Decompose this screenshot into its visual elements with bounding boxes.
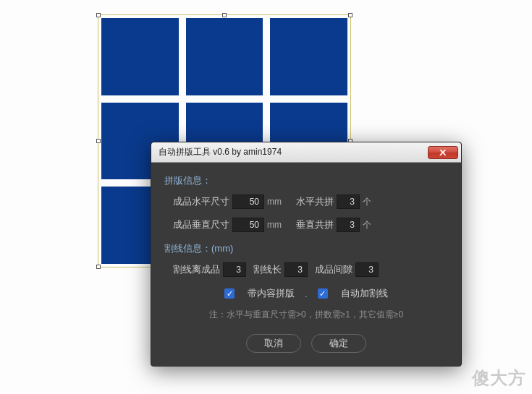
cb1-label: 带内容拼版 bbox=[248, 287, 295, 300]
titlebar[interactable]: 自动拼版工具 v0.6 by amin1974 X bbox=[151, 142, 461, 163]
impose-dialog: 自动拼版工具 v0.6 by amin1974 X 拼版信息： 成品水平尺寸 m… bbox=[151, 142, 462, 367]
watermark: 傻大方 bbox=[472, 367, 526, 390]
cut-len-label: 割线长 bbox=[253, 263, 282, 276]
gap-input[interactable] bbox=[355, 262, 379, 277]
checkbox-with-content[interactable]: ✓ bbox=[224, 288, 235, 299]
separator-dot: . bbox=[305, 288, 308, 299]
unit-mm: mm bbox=[267, 197, 282, 207]
section-cut-title: 割线信息：(mm) bbox=[164, 242, 448, 255]
resize-handle[interactable] bbox=[96, 265, 101, 269]
resize-handle[interactable] bbox=[222, 13, 227, 17]
section-layout-title: 拼版信息： bbox=[164, 174, 448, 187]
dialog-title: 自动拼版工具 v0.6 by amin1974 bbox=[159, 146, 428, 158]
width-input[interactable] bbox=[232, 194, 264, 209]
ok-button[interactable]: 确定 bbox=[311, 334, 366, 353]
gap-label: 成品间隙 bbox=[315, 263, 352, 276]
cut-dist-label: 割线离成品 bbox=[173, 263, 220, 276]
height-input[interactable] bbox=[232, 218, 264, 232]
cb2-label: 自动加割线 bbox=[341, 287, 388, 300]
resize-handle[interactable] bbox=[348, 13, 352, 17]
tile bbox=[101, 18, 179, 95]
height-label: 成品垂直尺寸 bbox=[173, 218, 229, 231]
cut-dist-input[interactable] bbox=[223, 262, 246, 277]
note-text: 注：水平与垂直尺寸需>0，拼数需≥1，其它值需≥0 bbox=[164, 309, 448, 321]
unit-ge: 个 bbox=[363, 219, 371, 231]
hcount-input[interactable] bbox=[337, 194, 360, 209]
cancel-button[interactable]: 取消 bbox=[246, 334, 301, 353]
hcount-label: 水平共拼 bbox=[296, 195, 334, 208]
cut-len-input[interactable] bbox=[284, 262, 308, 277]
resize-handle[interactable] bbox=[96, 13, 101, 17]
unit-mm: mm bbox=[267, 220, 282, 230]
unit-ge: 个 bbox=[363, 196, 371, 208]
tile bbox=[270, 18, 347, 95]
vcount-input[interactable] bbox=[337, 218, 360, 232]
tile bbox=[186, 18, 263, 95]
close-button[interactable]: X bbox=[428, 146, 458, 159]
width-label: 成品水平尺寸 bbox=[173, 195, 229, 208]
vcount-label: 垂直共拼 bbox=[296, 218, 334, 231]
resize-handle[interactable] bbox=[96, 139, 101, 143]
checkbox-auto-cutline[interactable]: ✓ bbox=[318, 288, 328, 299]
close-icon: X bbox=[439, 148, 447, 157]
